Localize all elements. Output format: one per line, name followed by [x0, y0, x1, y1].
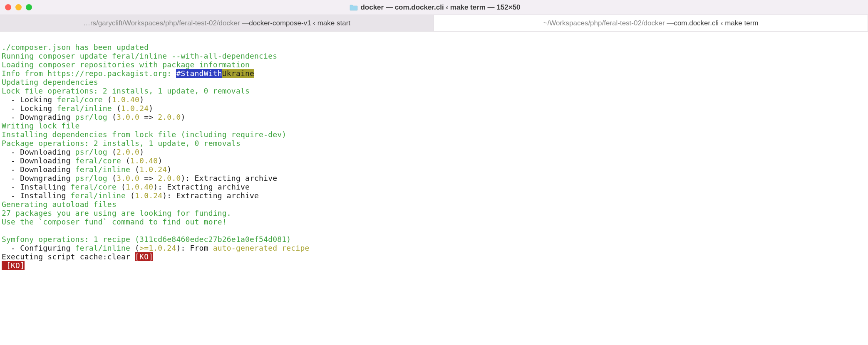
recipe-source: auto-generated recipe: [213, 244, 310, 252]
terminal-line: - Downloading: [2, 156, 75, 165]
version: 1.0.40: [112, 95, 139, 104]
terminal-line: - Downgrading: [2, 113, 75, 121]
package-name: feral/core: [75, 156, 121, 165]
terminal-line: - Configuring: [2, 244, 75, 252]
window-controls: [5, 4, 32, 10]
close-button[interactable]: [5, 4, 11, 10]
window-title: docker — com.docker.cli ‹ make term — 15…: [32, 3, 838, 12]
minimize-button[interactable]: [15, 4, 22, 10]
terminal-line: - Downloading: [2, 148, 75, 156]
package-name: feral/core: [57, 95, 102, 104]
terminal-line: Generating autoload files: [2, 200, 117, 209]
terminal-line: Updating dependencies: [2, 78, 98, 86]
ko-badge: [KO]: [135, 252, 153, 261]
terminal-line: - Downloading: [2, 165, 75, 174]
terminal-line: Use the `composer fund` command to find …: [2, 217, 227, 226]
terminal-line: Writing lock file: [2, 121, 80, 130]
version: 1.0.40: [130, 156, 158, 165]
package-name: psr/log: [75, 113, 107, 121]
tab-path-main: com.docker.cli ‹ make term: [674, 19, 758, 27]
ko-badge: [KO]: [2, 261, 25, 270]
terminal-line: ./composer.json has been updated: [2, 43, 149, 52]
version: 3.0.0: [117, 113, 139, 121]
package-name: psr/log: [75, 148, 107, 156]
terminal-line: - Locking: [2, 95, 57, 104]
terminal-line: Loading composer repositories with packa…: [2, 60, 250, 69]
terminal-line: Package operations: 2 installs, 1 update…: [2, 139, 241, 148]
version: >=1.0.24: [139, 244, 176, 252]
terminal-line: Info from https://repo.packagist.org:: [2, 69, 176, 78]
tab-path-prefix: …rs/garyclift/Workspaces/php/feral-test-…: [83, 19, 249, 27]
terminal-line: - Installing: [2, 182, 71, 191]
ukraine-badge: Ukraine: [222, 69, 254, 78]
terminal-line: Installing dependencies from lock file (…: [2, 130, 286, 139]
version: 1.0.40: [126, 182, 153, 191]
tab-path-main: docker-compose-v1 ‹ make start: [249, 19, 350, 27]
terminal-line: Executing script cache:clear: [2, 252, 135, 261]
window-titlebar: docker — com.docker.cli ‹ make term — 15…: [0, 0, 868, 15]
terminal-line: Symfony operations: 1 recipe (311cd6e846…: [2, 235, 291, 244]
terminal-line: Lock file operations: 2 installs, 1 upda…: [2, 86, 250, 95]
version: 1.0.24: [139, 165, 167, 174]
package-name: psr/log: [75, 174, 107, 182]
tab-docker-cli[interactable]: ~/Workspaces/php/feral-test-02/docker — …: [434, 15, 868, 31]
version: 3.0.0: [117, 174, 139, 182]
version: 1.0.24: [121, 104, 149, 113]
terminal-line: 27 packages you are using are looking fo…: [2, 209, 231, 217]
version: 2.0.0: [117, 148, 139, 156]
package-name: feral/inline: [75, 244, 130, 252]
terminal-line: Running composer update feral/inline --w…: [2, 52, 277, 60]
stand-with-badge: #StandWith: [176, 69, 222, 78]
tab-path-prefix: ~/Workspaces/php/feral-test-02/docker —: [543, 19, 674, 27]
package-name: feral/inline: [75, 165, 130, 174]
terminal-line: - Locking: [2, 104, 57, 113]
version: 2.0.0: [158, 174, 181, 182]
version: 1.0.24: [135, 191, 162, 200]
tab-bar: …rs/garyclift/Workspaces/php/feral-test-…: [0, 15, 868, 32]
tab-docker-compose[interactable]: …rs/garyclift/Workspaces/php/feral-test-…: [0, 15, 434, 31]
version: 2.0.0: [158, 113, 181, 121]
package-name: feral/inline: [57, 104, 112, 113]
folder-icon: [350, 4, 358, 11]
window-title-text: docker — com.docker.cli ‹ make term — 15…: [360, 3, 520, 12]
terminal-line: - Installing: [2, 191, 71, 200]
terminal-line: - Downgrading: [2, 174, 75, 182]
package-name: feral/core: [71, 182, 117, 191]
package-name: feral/inline: [71, 191, 126, 200]
maximize-button[interactable]: [26, 4, 32, 10]
terminal-output[interactable]: ./composer.json has been updated Running…: [0, 32, 868, 272]
